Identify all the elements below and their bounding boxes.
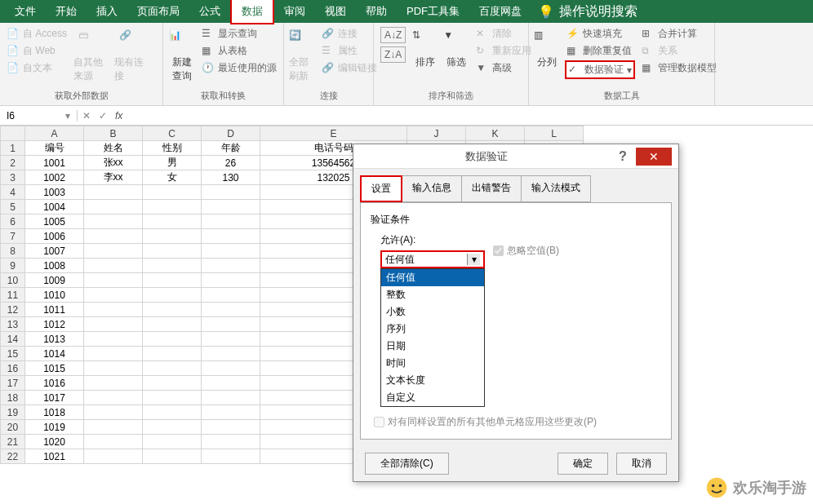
menu-home[interactable]: 开始 — [46, 0, 87, 23]
dialog-titlebar[interactable]: 数据验证 ? ✕ — [353, 144, 678, 169]
row-header[interactable]: 15 — [1, 347, 25, 361]
row-header[interactable]: 13 — [1, 317, 25, 332]
row-header[interactable]: 11 — [1, 288, 25, 303]
allow-opt-decimal[interactable]: 小数 — [381, 303, 484, 321]
cell[interactable] — [84, 317, 143, 332]
cell[interactable] — [143, 259, 202, 273]
cell[interactable]: 编号 — [25, 141, 84, 156]
text-to-columns[interactable]: ▥ 分列 — [534, 26, 560, 79]
cell[interactable] — [202, 347, 260, 361]
allow-opt-custom[interactable]: 自定义 — [381, 389, 484, 406]
select-all-corner[interactable] — [1, 126, 25, 141]
cell[interactable]: 1012 — [25, 317, 84, 332]
cell[interactable]: 年龄 — [202, 141, 260, 156]
cell[interactable] — [202, 288, 260, 303]
cell[interactable] — [202, 200, 260, 214]
row-header[interactable]: 22 — [1, 449, 25, 464]
cell[interactable] — [202, 303, 260, 317]
clear[interactable]: ✕清除 — [474, 26, 533, 42]
cell[interactable] — [143, 288, 202, 303]
allow-opt-int[interactable]: 整数 — [381, 286, 484, 303]
col-header-A[interactable]: A — [25, 126, 84, 141]
cancel-icon[interactable]: ✕ — [82, 110, 91, 122]
cell[interactable]: 姓名 — [84, 141, 143, 156]
col-header-B[interactable]: B — [84, 126, 143, 141]
refresh-all[interactable]: 🔄 全部刷新 — [289, 26, 315, 86]
clear-all-button[interactable]: 全部清除(C) — [365, 453, 449, 475]
row-header[interactable]: 6 — [1, 214, 25, 229]
cell[interactable]: 1011 — [25, 303, 84, 317]
recent-sources[interactable]: 🕐最近使用的源 — [200, 60, 278, 76]
cell[interactable] — [143, 435, 202, 449]
tab-settings[interactable]: 设置 — [360, 175, 402, 202]
cell[interactable]: 1005 — [25, 214, 84, 229]
cell[interactable] — [84, 229, 143, 244]
cell[interactable]: 1020 — [25, 435, 84, 449]
confirm-icon[interactable]: ✓ — [99, 110, 107, 122]
cell[interactable]: 1003 — [25, 185, 84, 200]
row-header[interactable]: 8 — [1, 244, 25, 259]
allow-opt-list[interactable]: 序列 — [381, 321, 484, 338]
cell[interactable] — [84, 303, 143, 317]
menu-view[interactable]: 视图 — [315, 0, 356, 23]
cell[interactable] — [143, 332, 202, 347]
col-header-D[interactable]: D — [202, 126, 260, 141]
cell[interactable] — [202, 214, 260, 229]
cell[interactable] — [202, 244, 260, 259]
cell[interactable] — [143, 185, 202, 200]
row-header[interactable]: 19 — [1, 405, 25, 420]
cell[interactable]: 男 — [143, 156, 202, 170]
cell[interactable] — [143, 405, 202, 420]
cell[interactable] — [202, 317, 260, 332]
cell[interactable] — [143, 200, 202, 214]
new-query[interactable]: 📊 新建 查询 — [168, 26, 195, 86]
cell[interactable] — [143, 361, 202, 376]
data-validation[interactable]: ✓数据验证▾ — [565, 60, 635, 79]
tab-error-alert[interactable]: 出错警告 — [461, 175, 522, 202]
row-header[interactable]: 7 — [1, 229, 25, 244]
cell[interactable] — [202, 391, 260, 405]
row-header[interactable]: 1 — [1, 141, 25, 156]
cell[interactable]: 1001 — [25, 156, 84, 170]
allow-opt-time[interactable]: 时间 — [381, 355, 484, 372]
from-access[interactable]: 📄自 Access — [5, 26, 69, 42]
menu-data[interactable]: 数据 — [230, 0, 274, 24]
cell[interactable] — [202, 449, 260, 464]
allow-opt-textlen[interactable]: 文本长度 — [381, 372, 484, 389]
menu-pdf[interactable]: PDF工具集 — [397, 0, 469, 23]
cell[interactable] — [84, 288, 143, 303]
cell[interactable]: 1015 — [25, 361, 84, 376]
row-header[interactable]: 10 — [1, 273, 25, 288]
menu-file[interactable]: 文件 — [5, 0, 46, 23]
cell[interactable]: 1006 — [25, 229, 84, 244]
cancel-button[interactable]: 取消 — [616, 453, 667, 475]
cell[interactable] — [143, 347, 202, 361]
from-text[interactable]: 📄自文本 — [5, 60, 69, 76]
cell[interactable] — [143, 214, 202, 229]
sort-desc[interactable]: Z↓A — [379, 46, 407, 64]
consolidate[interactable]: ⊞合并计算 — [640, 26, 718, 42]
row-header[interactable]: 2 — [1, 156, 25, 170]
cell[interactable] — [202, 361, 260, 376]
chevron-down-icon[interactable]: ▾ — [65, 110, 70, 122]
col-header-C[interactable]: C — [143, 126, 202, 141]
sort-asc[interactable]: A↓Z — [379, 26, 407, 44]
sort[interactable]: ⇅ 排序 — [412, 26, 438, 76]
cell[interactable] — [84, 259, 143, 273]
cell[interactable] — [84, 391, 143, 405]
cell[interactable]: 1018 — [25, 405, 84, 420]
data-model[interactable]: ▦管理数据模型 — [640, 60, 718, 76]
menu-layout[interactable]: 页面布局 — [127, 0, 189, 23]
chevron-down-icon[interactable]: ▾ — [467, 254, 480, 265]
show-queries[interactable]: ☰显示查询 — [200, 26, 278, 42]
cell[interactable]: 1004 — [25, 200, 84, 214]
cell[interactable] — [84, 376, 143, 391]
row-header[interactable]: 21 — [1, 435, 25, 449]
cell[interactable] — [202, 273, 260, 288]
menu-help[interactable]: 帮助 — [356, 0, 397, 23]
remove-duplicates[interactable]: ▦删除重复值 — [565, 43, 635, 59]
row-header[interactable]: 9 — [1, 259, 25, 273]
col-header-K[interactable]: K — [466, 126, 525, 141]
cell[interactable] — [143, 449, 202, 464]
cell[interactable] — [84, 361, 143, 376]
